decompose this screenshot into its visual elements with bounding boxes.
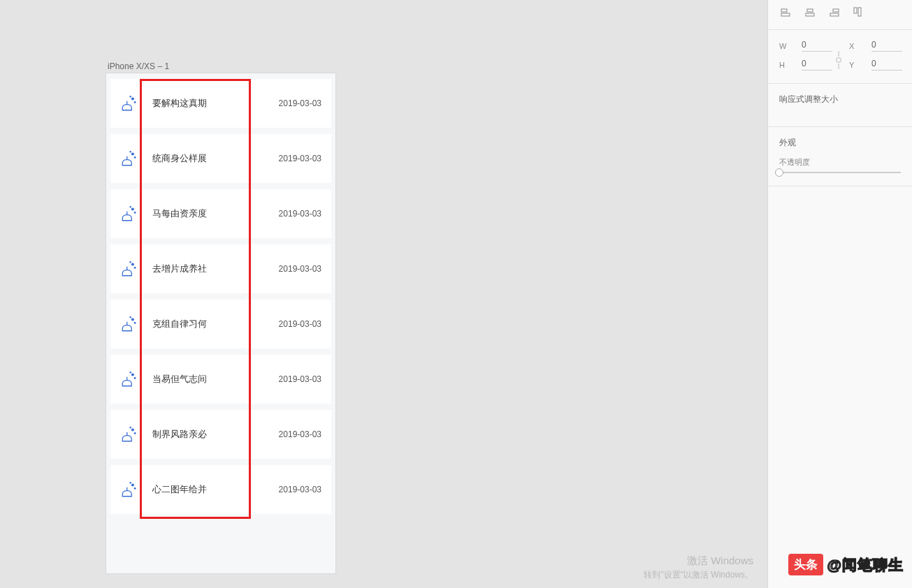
svg-point-1	[134, 101, 136, 103]
list-item[interactable]: 当易但气志间 2019-03-03	[110, 355, 331, 404]
svg-point-9	[131, 263, 134, 265]
item-title: 要解构这真期	[152, 98, 279, 110]
svg-rect-30	[854, 8, 857, 13]
svg-point-0	[131, 97, 134, 100]
item-date: 2019-03-03	[279, 485, 321, 494]
y-label: Y	[849, 61, 859, 69]
item-date: 2019-03-03	[279, 154, 321, 163]
svg-rect-29	[830, 13, 839, 16]
svg-rect-31	[858, 8, 861, 16]
wash-hands-icon	[120, 370, 138, 388]
svg-rect-27	[806, 13, 814, 16]
svg-point-13	[134, 322, 136, 324]
item-title: 统商身公样展	[152, 153, 279, 165]
x-input[interactable]: 0	[871, 40, 902, 52]
align-tools-row	[768, 0, 912, 30]
svg-rect-28	[833, 9, 839, 12]
svg-rect-26	[807, 9, 813, 12]
svg-point-15	[131, 373, 134, 376]
list-item[interactable]: 统商身公样展 2019-03-03	[110, 134, 331, 183]
list-item[interactable]: 去增片成养社 2019-03-03	[110, 244, 331, 293]
list-item[interactable]: 心二图年给并 2019-03-03	[110, 465, 331, 514]
align-left-icon[interactable]	[781, 7, 792, 18]
svg-point-22	[134, 487, 136, 490]
slider-handle[interactable]	[775, 168, 783, 177]
opacity-slider[interactable]	[779, 172, 901, 173]
canvas-area[interactable]: iPhone X/XS – 1 要解构这真期 2019-03-03 统商身公样展…	[0, 0, 767, 588]
svg-point-16	[134, 377, 136, 379]
align-center-h-icon[interactable]	[804, 7, 816, 18]
svg-point-4	[134, 156, 136, 159]
align-right-icon[interactable]	[828, 7, 839, 18]
item-title: 去增片成养社	[152, 263, 279, 275]
list-item[interactable]: 克组自律习何 2019-03-03	[110, 300, 331, 348]
height-label: H	[779, 61, 789, 69]
responsive-label: 响应式调整大小	[779, 94, 901, 105]
svg-rect-25	[781, 13, 790, 16]
item-title: 当易但气志间	[152, 374, 279, 385]
watermark-badge: 头条	[788, 554, 823, 575]
wash-hands-icon	[120, 94, 138, 112]
artboard-label[interactable]: iPhone X/XS – 1	[108, 61, 169, 71]
svg-point-19	[134, 432, 136, 434]
wash-hands-icon	[120, 205, 138, 223]
watermark-text: @闻笔聊生	[827, 555, 904, 575]
x-label: X	[849, 42, 859, 50]
svg-point-6	[131, 207, 134, 210]
item-title: 克组自律习何	[152, 318, 279, 330]
y-input[interactable]: 0	[871, 59, 902, 71]
svg-point-23	[129, 482, 131, 483]
item-date: 2019-03-03	[279, 319, 321, 329]
list-item[interactable]: 制界风路亲必 2019-03-03	[110, 410, 331, 459]
svg-point-21	[131, 483, 134, 486]
align-top-icon[interactable]	[852, 7, 863, 18]
svg-point-14	[129, 316, 131, 318]
svg-point-2	[129, 96, 131, 97]
lock-aspect-icon[interactable]	[835, 51, 842, 69]
opacity-label: 不透明度	[779, 157, 901, 168]
wash-hands-icon	[120, 315, 138, 333]
svg-point-18	[131, 428, 134, 431]
item-date: 2019-03-03	[279, 209, 321, 219]
responsive-section: 响应式调整大小	[768, 84, 912, 127]
list-container: 要解构这真期 2019-03-03 统商身公样展 2019-03-03 马每由资…	[106, 73, 335, 514]
svg-point-10	[134, 267, 136, 269]
item-date: 2019-03-03	[279, 264, 321, 274]
activate-windows-hint: 激活 Windows 转到"设置"以激活 Windows。	[644, 553, 753, 582]
item-title: 制界风路亲必	[152, 429, 279, 441]
list-item[interactable]: 要解构这真期 2019-03-03	[110, 79, 331, 128]
appearance-label: 外观	[779, 137, 901, 149]
height-input[interactable]: 0	[802, 59, 832, 71]
wash-hands-icon	[120, 260, 138, 278]
svg-point-3	[131, 152, 134, 155]
item-title: 心二图年给并	[152, 484, 279, 496]
wash-hands-icon	[120, 425, 138, 443]
item-date: 2019-03-03	[279, 429, 321, 439]
appearance-section: 外观 不透明度	[768, 127, 912, 186]
svg-point-20	[129, 427, 131, 428]
watermark: 头条 @闻笔聊生	[788, 554, 904, 575]
item-date: 2019-03-03	[279, 374, 321, 384]
svg-point-5	[129, 151, 131, 152]
svg-rect-24	[781, 9, 787, 12]
item-title: 马每由资亲度	[152, 208, 279, 220]
width-label: W	[779, 42, 789, 50]
item-date: 2019-03-03	[279, 98, 321, 108]
wash-hands-icon	[120, 480, 138, 499]
svg-point-7	[134, 212, 136, 214]
list-item[interactable]: 马每由资亲度 2019-03-03	[110, 189, 331, 238]
svg-rect-32	[837, 58, 841, 62]
dimensions-section: W 0 X 0 H 0 Y 0	[768, 30, 912, 84]
properties-panel: W 0 X 0 H 0 Y 0 响应式调整大小 外观 不透明度	[767, 0, 912, 588]
wash-hands-icon	[120, 149, 138, 168]
svg-point-11	[129, 261, 131, 263]
width-input[interactable]: 0	[802, 40, 832, 52]
svg-point-8	[129, 206, 131, 207]
svg-point-12	[131, 318, 134, 321]
artboard-iphone[interactable]: 要解构这真期 2019-03-03 统商身公样展 2019-03-03 马每由资…	[106, 73, 336, 574]
svg-point-17	[129, 372, 131, 373]
